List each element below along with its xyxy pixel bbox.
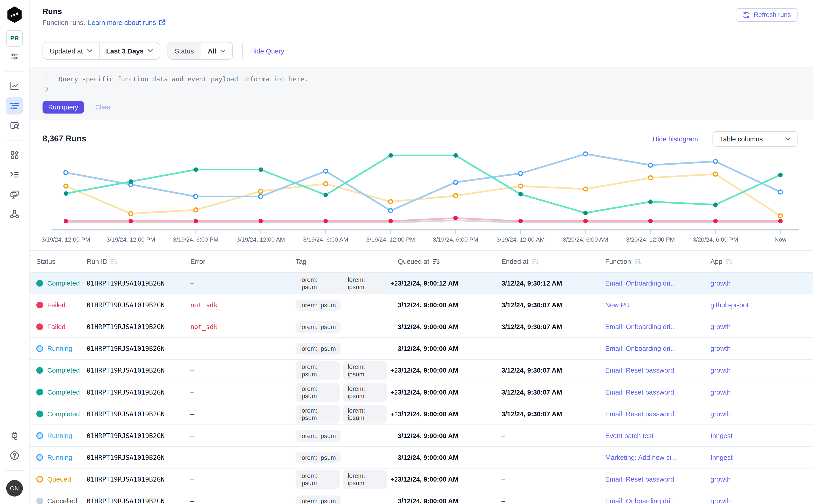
sidebar-item-functions[interactable]	[6, 186, 23, 203]
data-point-running[interactable]	[584, 152, 588, 156]
data-point-completed[interactable]	[388, 153, 393, 158]
data-point-failed[interactable]	[64, 219, 68, 223]
app-link[interactable]: growth	[710, 345, 731, 352]
function-link[interactable]: Email: Onboarding dri...	[605, 323, 676, 331]
data-point-running[interactable]	[324, 169, 327, 173]
function-link[interactable]: Email: Onboarding dri...	[605, 345, 676, 352]
workspace-avatar[interactable]: PR	[6, 30, 23, 47]
data-point-queued[interactable]	[714, 172, 717, 176]
table-row[interactable]: Running 01HRPT19RJSA1019B2GN – lorem: ip…	[29, 447, 813, 469]
table-row[interactable]: Queued 01HRPT19RJSA1019B2GN – lorem: ips…	[29, 469, 813, 490]
data-point-queued[interactable]	[194, 208, 198, 212]
column-header-queued-at[interactable]: Queued at	[397, 258, 501, 265]
env-filter-icon[interactable]	[6, 48, 23, 65]
data-point-completed[interactable]	[778, 173, 783, 177]
dev-server-icon-button[interactable]	[6, 427, 23, 445]
data-point-completed[interactable]	[194, 167, 198, 172]
data-point-queued[interactable]	[584, 187, 588, 191]
clear-query-button[interactable]: Clear	[95, 104, 111, 111]
user-avatar[interactable]: CN	[6, 480, 23, 497]
sidebar-item-runs[interactable]	[6, 97, 23, 115]
app-link[interactable]: growth	[710, 366, 731, 374]
data-point-failed[interactable]	[648, 219, 653, 223]
function-link[interactable]: Marketing: Add new si...	[605, 453, 677, 461]
data-point-running[interactable]	[64, 171, 68, 174]
function-link[interactable]: Email: Reset password	[605, 410, 674, 418]
app-link[interactable]: Inngest	[710, 432, 733, 439]
function-link[interactable]: Event batch test	[605, 432, 653, 439]
table-row[interactable]: Running 01HRPT19RJSA1019B2GN – lorem: ip…	[29, 425, 813, 447]
data-point-completed[interactable]	[518, 192, 523, 196]
data-point-running[interactable]	[519, 171, 522, 175]
help-icon-button[interactable]	[6, 447, 23, 465]
data-point-running[interactable]	[388, 209, 392, 213]
data-point-running[interactable]	[194, 194, 198, 198]
data-point-completed[interactable]	[64, 191, 68, 196]
column-header-ended-at[interactable]: Ended at	[502, 258, 605, 265]
app-link[interactable]: growth	[710, 410, 731, 418]
table-row[interactable]: Completed 01HRPT19RJSA1019B2GN – lorem: …	[29, 273, 813, 294]
data-point-failed[interactable]	[518, 219, 523, 223]
data-point-running[interactable]	[454, 180, 458, 184]
data-point-completed[interactable]	[583, 211, 588, 215]
table-row[interactable]: Failed 01HRPT19RJSA1019B2GN not_sdk lore…	[29, 316, 813, 338]
time-range-dropdown[interactable]: Last 3 Days	[99, 43, 160, 59]
data-point-failed[interactable]	[583, 219, 588, 223]
table-row[interactable]: Completed 01HRPT19RJSA1019B2GN – lorem: …	[29, 360, 813, 381]
table-columns-dropdown[interactable]: Table columns	[713, 131, 798, 147]
data-point-failed[interactable]	[713, 219, 718, 223]
data-point-failed[interactable]	[454, 216, 458, 221]
function-link[interactable]: New PR	[605, 301, 630, 309]
sidebar-item-apps[interactable]	[6, 146, 23, 164]
sidebar-item-metrics[interactable]	[6, 77, 23, 95]
table-row[interactable]: Failed 01HRPT19RJSA1019B2GN not_sdk lore…	[29, 294, 813, 316]
data-point-queued[interactable]	[129, 212, 133, 216]
data-point-running[interactable]	[259, 194, 262, 198]
column-header-app[interactable]: App	[710, 258, 813, 265]
data-point-running[interactable]	[779, 190, 782, 194]
hide-histogram-link[interactable]: Hide histogram	[653, 135, 698, 143]
data-point-queued[interactable]	[454, 194, 458, 198]
app-link[interactable]: Inngest	[710, 453, 733, 461]
app-link[interactable]: growth	[710, 497, 731, 504]
data-point-completed[interactable]	[128, 179, 133, 184]
app-link[interactable]: github-pr-bot	[710, 301, 749, 309]
column-header-run-id[interactable]: Run ID	[87, 258, 190, 265]
data-point-completed[interactable]	[323, 193, 328, 197]
app-link[interactable]: growth	[710, 475, 731, 483]
refresh-runs-button[interactable]: Refresh runs	[736, 8, 798, 22]
function-link[interactable]: Email: Reset password	[605, 475, 674, 483]
data-point-queued[interactable]	[779, 214, 782, 218]
query-editor[interactable]: 1 Query specific function data and event…	[29, 67, 813, 120]
data-point-completed[interactable]	[713, 202, 718, 207]
learn-more-link[interactable]: Learn more about runs	[88, 19, 165, 26]
data-point-failed[interactable]	[388, 219, 393, 223]
data-point-queued[interactable]	[64, 184, 68, 188]
sidebar-item-event-search[interactable]	[6, 117, 23, 134]
data-point-failed[interactable]	[128, 219, 133, 223]
table-row[interactable]: Completed 01HRPT19RJSA1019B2GN – lorem: …	[29, 381, 813, 403]
data-point-queued[interactable]	[519, 184, 522, 188]
hide-query-link[interactable]: Hide Query	[250, 47, 284, 55]
data-point-queued[interactable]	[324, 182, 327, 186]
function-link[interactable]: Email: Reset password	[605, 388, 674, 396]
data-point-failed[interactable]	[258, 219, 263, 223]
data-point-queued[interactable]	[648, 176, 652, 180]
app-link[interactable]: growth	[710, 279, 731, 287]
table-row[interactable]: Completed 01HRPT19RJSA1019B2GN – lorem: …	[29, 403, 813, 425]
column-header-function[interactable]: Function	[605, 258, 710, 265]
sidebar-item-events[interactable]	[6, 166, 23, 184]
data-point-completed[interactable]	[258, 167, 263, 172]
run-query-button[interactable]: Run query	[43, 101, 84, 114]
function-link[interactable]: Email: Onboarding dri...	[605, 279, 676, 287]
table-row[interactable]: Running 01HRPT19RJSA1019B2GN – lorem: ip…	[29, 338, 813, 360]
function-link[interactable]: Email: Reset password	[605, 366, 674, 374]
sidebar-item-webhooks[interactable]	[6, 205, 23, 223]
data-point-completed[interactable]	[648, 199, 653, 204]
data-point-queued[interactable]	[388, 200, 392, 204]
function-link[interactable]: Email: Onboarding dri...	[605, 497, 676, 504]
data-point-failed[interactable]	[194, 219, 198, 223]
app-link[interactable]: growth	[710, 388, 731, 396]
table-row[interactable]: Cancelled 01HRPT19RJSA1019B2GN – lorem: …	[29, 490, 813, 504]
data-point-failed[interactable]	[323, 219, 328, 223]
